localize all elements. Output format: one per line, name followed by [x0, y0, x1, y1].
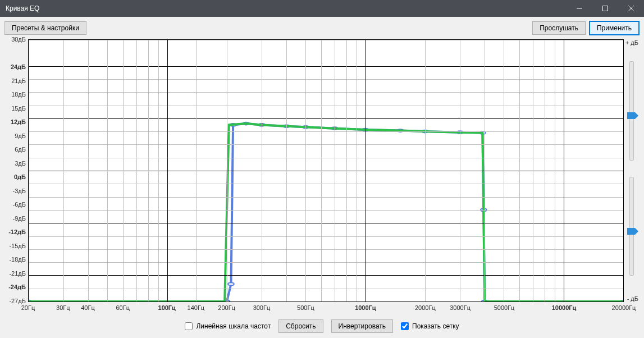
svg-rect-1 — [603, 6, 608, 11]
eq-chart[interactable] — [28, 39, 624, 302]
y-tick-label: -12дБ — [8, 229, 26, 235]
y-tick-label: 30дБ — [11, 36, 26, 43]
x-tick-label: 30Гц — [56, 304, 70, 311]
bottom-toolbar: Линейная шкала частот Сбросить Инвертиро… — [0, 314, 644, 338]
y-axis: 30дБ24дБ21дБ18дБ15дБ12дБ9дБ6дБ3дБ0дБ-3дБ… — [3, 39, 28, 314]
show-grid-checkbox[interactable]: Показать сетку — [401, 322, 459, 330]
x-tick-label: 2000Гц — [415, 304, 436, 311]
x-tick-label: 10000Гц — [552, 304, 577, 311]
plus-db-label: + дБ — [625, 39, 638, 46]
chart-area: 30дБ24дБ21дБ18дБ15дБ12дБ9дБ6дБ3дБ0дБ-3дБ… — [0, 39, 644, 314]
show-grid-label: Показать сетку — [412, 322, 459, 330]
plus-db-slider-track[interactable] — [629, 61, 634, 160]
x-tick-label: 300Гц — [253, 304, 271, 311]
y-tick-label: -24дБ — [8, 284, 26, 290]
y-tick-label: -6дБ — [13, 201, 26, 208]
y-tick-label: -27дБ — [9, 298, 26, 304]
y-tick-label: 9дБ — [15, 133, 26, 139]
y-tick-label: -9дБ — [13, 215, 26, 222]
y-tick-label: -3дБ — [13, 188, 26, 194]
window-title: Кривая EQ — [6, 4, 567, 12]
minimize-button[interactable] — [567, 0, 592, 17]
minus-db-slider-thumb[interactable] — [627, 228, 638, 235]
presets-button[interactable]: Пресеты & настройки — [4, 21, 86, 35]
linear-scale-label: Линейная шкала частот — [196, 322, 271, 330]
right-side-sliders: + дБ - дБ — [624, 39, 641, 314]
window-controls — [567, 0, 644, 17]
curve-point[interactable] — [228, 283, 234, 286]
top-toolbar: Пресеты & настройки Прослушать Применить — [0, 17, 644, 39]
plus-db-slider-thumb[interactable] — [627, 112, 638, 119]
y-tick-label: -15дБ — [9, 243, 26, 249]
svg-marker-5 — [627, 228, 638, 235]
svg-marker-4 — [627, 112, 638, 119]
x-tick-label: 200Гц — [218, 304, 235, 311]
x-tick-label: 40Гц — [81, 304, 95, 311]
x-tick-label: 140Гц — [188, 304, 205, 311]
y-tick-label: -21дБ — [9, 270, 26, 277]
linear-scale-checkbox[interactable]: Линейная шкала частот — [185, 322, 271, 330]
minus-db-slider-track[interactable] — [629, 177, 634, 276]
maximize-button[interactable] — [592, 0, 618, 17]
x-axis: 20Гц30Гц40Гц60Гц100Гц140Гц200Гц300Гц500Г… — [28, 303, 624, 314]
x-tick-label: 1000Гц — [355, 304, 376, 311]
y-tick-label: 0дБ — [14, 173, 26, 180]
y-tick-label: 18дБ — [11, 91, 26, 98]
y-tick-label: 24дБ — [11, 63, 26, 70]
x-tick-label: 20Гц — [21, 304, 35, 311]
minus-db-label: - дБ — [627, 295, 638, 302]
y-tick-label: 21дБ — [11, 77, 26, 84]
invert-button[interactable]: Инвертировать — [331, 319, 394, 333]
apply-button[interactable]: Применить — [589, 21, 640, 35]
window-titlebar: Кривая EQ — [0, 0, 644, 17]
chart-wrap: 20Гц30Гц40Гц60Гц100Гц140Гц200Гц300Гц500Г… — [28, 39, 624, 314]
close-button[interactable] — [618, 0, 644, 17]
reset-button[interactable]: Сбросить — [278, 319, 323, 333]
x-tick-label: 5000Гц — [494, 304, 515, 311]
x-tick-label: 500Гц — [297, 304, 314, 311]
preview-button[interactable]: Прослушать — [532, 21, 586, 35]
y-tick-label: -18дБ — [9, 256, 26, 263]
x-tick-label: 3000Гц — [450, 304, 471, 311]
y-tick-label: 12дБ — [11, 118, 26, 125]
x-tick-label: 60Гц — [116, 304, 130, 311]
y-tick-label: 3дБ — [15, 160, 26, 167]
y-tick-label: 15дБ — [11, 105, 26, 112]
y-tick-label: 6дБ — [15, 146, 26, 153]
x-tick-label: 100Гц — [158, 304, 176, 311]
